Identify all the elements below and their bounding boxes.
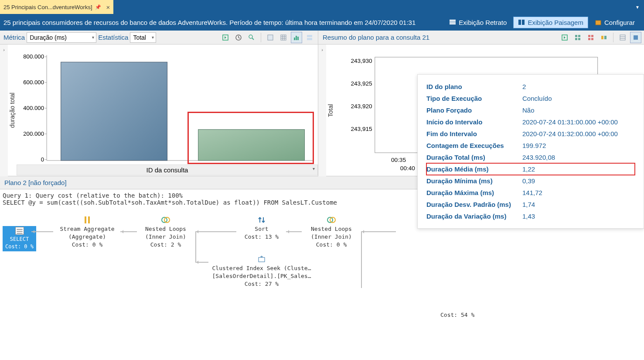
right-toolbar-title: Resumo do plano para a consulta 21	[320, 34, 558, 41]
svg-rect-44	[604, 36, 607, 39]
tooltip-value: 199.972	[522, 142, 635, 149]
tooltip-key: Fim do Intervalo	[426, 130, 522, 137]
svg-rect-3	[518, 20, 521, 25]
chart-view-icon[interactable]	[630, 32, 641, 43]
refresh-icon[interactable]	[220, 32, 231, 43]
svg-rect-19	[307, 38, 312, 40]
stat-select[interactable]: Total	[130, 32, 156, 43]
svg-text:243,930: 243,930	[351, 58, 372, 64]
bar-21[interactable]	[198, 130, 305, 161]
left-pane: Métrica Duração (ms) Estatística Total ›…	[0, 31, 318, 176]
svg-rect-5	[596, 21, 601, 25]
tooltip-value: Não	[522, 106, 635, 114]
svg-rect-35	[575, 35, 577, 37]
landscape-view-button[interactable]: Exibição Paisagem	[513, 17, 588, 28]
gear-icon	[595, 19, 602, 25]
unforce-plan-icon[interactable]	[585, 32, 596, 43]
force-plan-icon[interactable]	[572, 32, 583, 43]
document-tab[interactable]: 25 Principais Con...dventureWorks] 📌 ×	[0, 0, 113, 14]
svg-rect-0	[450, 20, 456, 21]
plan-arrow	[361, 231, 396, 232]
tooltip-row: Início do Intervalo2020-07-24 01:31:00.0…	[426, 116, 635, 128]
tooltip-key: Duração Média (ms)	[426, 165, 522, 173]
track-query-icon[interactable]	[246, 32, 257, 43]
svg-rect-45	[620, 35, 625, 40]
tooltip-row: Tipo de ExecuçãoConcluído	[426, 93, 635, 104]
plan-node-aggregate[interactable]: Stream Aggregate (Aggregate) Cost: 0 %	[52, 216, 122, 249]
tooltip-value: Concluído	[522, 95, 635, 102]
tooltip-key: Duração Total (ms)	[426, 154, 522, 161]
collapse-right-icon[interactable]: ›	[318, 45, 326, 176]
tab-expand-icon[interactable]: ▼	[635, 5, 640, 10]
svg-rect-38	[578, 38, 580, 40]
plan-node-nested-loops-2[interactable]: Nested Loops (Inner Join) Cost: 0 %	[301, 216, 362, 249]
expand-pane-icon[interactable]	[304, 32, 315, 43]
tooltip-value: 2	[522, 83, 635, 90]
svg-rect-37	[575, 38, 577, 40]
svg-text:243,915: 243,915	[351, 126, 372, 132]
tooltip-value: 1,74	[522, 201, 635, 208]
portrait-view-button[interactable]: Exibição Retrato	[444, 17, 511, 28]
tooltip-value: 0,39	[522, 177, 635, 185]
grid-view-icon[interactable]	[278, 32, 289, 43]
plan-node-sort[interactable]: Sort Cost: 13 %	[235, 216, 288, 241]
page-title: 25 principais consumidores de recursos d…	[3, 19, 443, 26]
tooltip-row: Duração da Variação (ms)1,43	[426, 210, 635, 222]
svg-rect-17	[297, 37, 299, 40]
tooltip-value: 2020-07-24 01:31:00.000 +00:00	[522, 118, 635, 126]
svg-rect-4	[522, 20, 525, 25]
detail-grid-icon[interactable]	[265, 32, 276, 43]
svg-rect-59	[85, 216, 86, 223]
close-icon[interactable]: ×	[106, 3, 110, 11]
svg-text:800.000: 800.000	[23, 53, 44, 60]
refresh-icon[interactable]	[559, 32, 570, 43]
svg-rect-9	[268, 35, 273, 40]
auto-refresh-icon[interactable]	[233, 32, 244, 43]
svg-rect-42	[591, 38, 593, 40]
svg-rect-48	[634, 35, 638, 40]
tooltip-row: Duração Máxima (ms)141,72	[426, 187, 635, 199]
tab-bar: 25 Principais Con...dventureWorks] 📌 × ▼	[0, 0, 644, 14]
grid-view-icon[interactable]	[617, 32, 628, 43]
configure-label: Configurar	[604, 19, 635, 26]
metric-label: Métrica	[3, 34, 25, 41]
tooltip-key: Duração Máxima (ms)	[426, 189, 522, 196]
tooltip-key: Início do Intervalo	[426, 118, 522, 126]
tooltip-row: Duração Total (ms)243.920,08	[426, 151, 635, 163]
portrait-label: Exibição Retrato	[459, 19, 507, 26]
compare-plans-icon[interactable]	[598, 32, 610, 43]
svg-text:243,925: 243,925	[351, 80, 372, 87]
plan-connector	[195, 231, 196, 262]
svg-point-8	[249, 35, 252, 38]
header-bar: 25 principais consumidores de recursos d…	[0, 14, 644, 31]
plan-tooltip: ID do plano2Tipo de ExecuçãoConcluídoPla…	[417, 74, 644, 229]
tooltip-key: Duração Desv. Padrão (ms)	[426, 201, 522, 208]
x-axis-select[interactable]: ID da consulta	[17, 165, 318, 175]
configure-button[interactable]: Configurar	[590, 17, 640, 28]
svg-rect-60	[88, 216, 90, 223]
svg-rect-2	[450, 23, 456, 24]
tooltip-value: 243.920,08	[522, 154, 635, 161]
plan-arrow	[286, 231, 302, 232]
plan-node-clustered-index-seek[interactable]: Clustered Index Seek (Cluste… [SalesOrde…	[205, 255, 318, 288]
plan-node-nested-loops-1[interactable]: Nested Loops (Inner Join) Cost: 2 %	[135, 216, 196, 249]
svg-text:00:40: 00:40	[400, 165, 415, 171]
pin-icon[interactable]: 📌	[95, 4, 101, 10]
tooltip-key: Duração da Variação (ms)	[426, 213, 522, 220]
metric-select[interactable]: Duração (ms)	[27, 32, 96, 43]
collapse-left-icon[interactable]: ›	[0, 45, 8, 176]
svg-rect-10	[281, 35, 286, 40]
right-toolbar: Resumo do plano para a consulta 21	[318, 31, 644, 45]
chart-view-icon[interactable]	[291, 32, 302, 43]
svg-rect-18	[307, 35, 312, 37]
svg-rect-43	[601, 36, 603, 39]
plan-connector	[361, 231, 362, 288]
bar-chart-svg: 0 200.000 400.000 600.000 800.000	[17, 45, 318, 176]
landscape-label: Exibição Paisagem	[528, 19, 583, 26]
bar-13[interactable]	[61, 62, 167, 161]
svg-rect-65	[259, 257, 265, 262]
tooltip-value: 2020-07-24 01:32:00.000 +00:00	[522, 130, 635, 137]
svg-rect-39	[588, 35, 590, 37]
tooltip-key: Tipo de Execução	[426, 95, 522, 102]
svg-text:400.000: 400.000	[23, 105, 44, 111]
